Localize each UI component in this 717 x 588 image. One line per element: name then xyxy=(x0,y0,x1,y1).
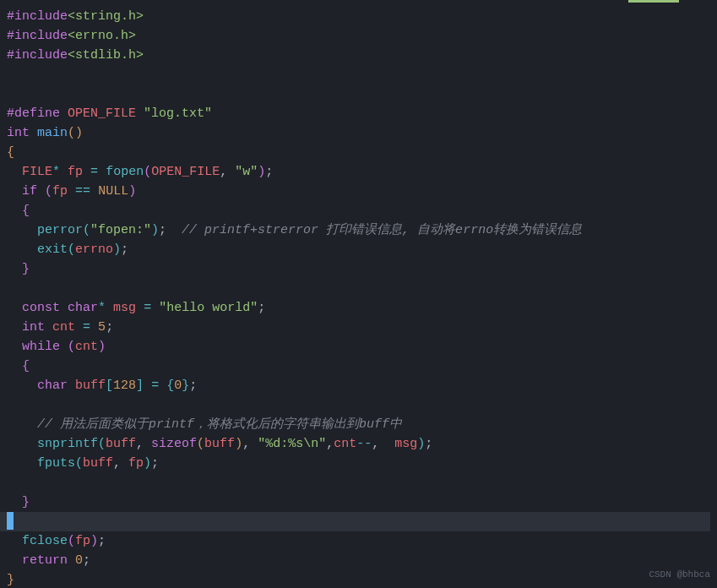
code-token xyxy=(60,106,68,121)
code-token xyxy=(7,553,22,568)
code-token: NULL xyxy=(98,184,128,199)
code-token: "log.txt" xyxy=(144,106,212,121)
code-token: ; xyxy=(258,301,265,315)
code-token: , xyxy=(326,437,334,451)
code-line: char buff[128] = {0}; xyxy=(7,376,710,395)
code-line: { xyxy=(7,143,710,162)
code-token: = xyxy=(90,165,98,179)
code-token xyxy=(106,301,113,315)
code-token: "%d:%s\n" xyxy=(258,437,326,451)
code-token: == xyxy=(75,184,90,199)
code-token xyxy=(90,184,98,199)
code-token: ) xyxy=(144,456,151,471)
code-line: int main() xyxy=(7,123,710,143)
code-token: ; xyxy=(121,242,128,257)
code-token xyxy=(136,301,144,315)
code-token: buff xyxy=(75,378,106,393)
code-token: int xyxy=(7,126,30,140)
code-line: { xyxy=(7,201,710,220)
code-editor[interactable]: #include<string.h>#include<errno.h>#incl… xyxy=(0,0,717,588)
code-line: while (cnt) xyxy=(7,337,710,357)
code-token: buff xyxy=(106,437,136,451)
code-token: exit xyxy=(37,242,68,257)
code-line: } xyxy=(7,259,710,279)
watermark: CSDN @bhbca xyxy=(649,565,710,585)
code-token: fp xyxy=(128,456,144,471)
code-token: ( xyxy=(68,340,75,354)
code-token: ; xyxy=(265,165,273,179)
code-token: ) xyxy=(128,184,136,199)
code-token: sizeof xyxy=(151,437,197,451)
code-token: <string.h> xyxy=(68,9,144,24)
code-token: int xyxy=(22,320,45,335)
code-token: } xyxy=(7,573,14,587)
code-token: ) xyxy=(90,534,98,548)
code-token: 128 xyxy=(113,378,136,393)
code-token: "w" xyxy=(235,165,258,179)
code-token xyxy=(144,378,151,393)
code-line xyxy=(7,279,710,298)
code-token: const xyxy=(22,301,60,315)
code-token xyxy=(7,165,22,179)
code-token xyxy=(159,378,166,393)
code-token xyxy=(60,165,68,179)
code-token xyxy=(7,437,37,451)
code-token: return xyxy=(22,553,68,568)
code-token xyxy=(7,223,37,237)
code-token: ( xyxy=(45,184,52,199)
code-token: () xyxy=(68,126,83,140)
code-token: ( xyxy=(83,223,90,237)
code-token xyxy=(98,165,106,179)
text-cursor xyxy=(7,512,14,530)
code-token: fp xyxy=(68,165,83,179)
code-token: -- xyxy=(356,437,372,451)
code-token: ) xyxy=(235,437,242,451)
code-token: ; xyxy=(83,553,90,568)
code-line: if (fp == NULL) xyxy=(7,182,710,201)
code-token: ; xyxy=(159,223,182,237)
code-token xyxy=(45,320,52,335)
code-token xyxy=(68,378,75,393)
code-token xyxy=(7,534,22,548)
code-token: <stdlib.h> xyxy=(68,48,144,63)
code-token: } xyxy=(22,495,30,509)
code-line: { xyxy=(7,357,710,376)
code-token: ) xyxy=(258,165,265,179)
code-line: int cnt = 5; xyxy=(7,318,710,337)
code-token xyxy=(136,106,144,121)
code-token xyxy=(68,553,75,568)
code-token xyxy=(7,495,22,509)
code-token: ; xyxy=(189,378,197,393)
code-token: while xyxy=(22,340,60,354)
code-token: , xyxy=(220,165,235,179)
code-line: } xyxy=(7,570,710,588)
code-token: ; xyxy=(151,456,159,471)
code-token: fp xyxy=(52,184,68,199)
code-line: // 用法后面类似于printf，将格式化后的字符串输出到buff中 xyxy=(7,415,710,434)
code-token: #include xyxy=(7,48,68,63)
code-token: ( xyxy=(75,456,83,471)
code-line: const char* msg = "hello world"; xyxy=(7,298,710,318)
code-token: snprintf xyxy=(37,437,98,451)
code-line: #include<string.h> xyxy=(7,7,710,26)
code-token: ) xyxy=(151,223,159,237)
code-token: msg xyxy=(113,301,136,315)
code-token: errno xyxy=(75,242,113,257)
code-token: "fopen:" xyxy=(90,223,151,237)
code-token xyxy=(68,184,75,199)
code-token: FILE xyxy=(22,165,52,179)
code-token: ( xyxy=(68,534,75,548)
code-token: { xyxy=(22,359,30,373)
code-token xyxy=(7,320,22,335)
code-line xyxy=(7,65,710,84)
code-token xyxy=(60,301,68,315)
code-token xyxy=(90,320,98,335)
code-token xyxy=(7,378,37,393)
code-token xyxy=(37,184,45,199)
code-line xyxy=(7,395,710,415)
code-token: OPEN_FILE xyxy=(68,106,136,121)
code-token: cnt xyxy=(75,340,98,354)
code-line: #define OPEN_FILE "log.txt" xyxy=(7,104,710,123)
code-token: main xyxy=(37,126,68,140)
code-token: fp xyxy=(75,534,90,548)
